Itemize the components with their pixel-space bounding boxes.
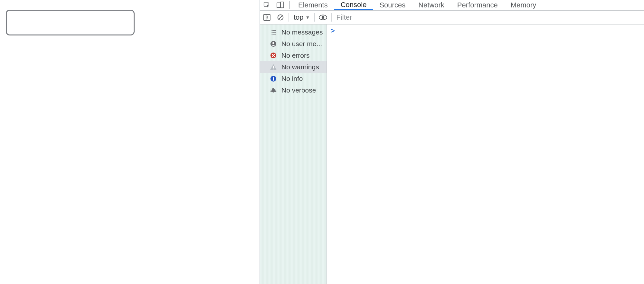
sidebar-item-verbose[interactable]: No verbose	[260, 84, 327, 96]
svg-point-21	[273, 69, 274, 70]
console-sidebar: No messages No user messa...	[260, 24, 327, 284]
tab-label: Performance	[457, 1, 498, 9]
error-icon	[270, 52, 277, 59]
tab-sources[interactable]: Sources	[373, 0, 412, 10]
bug-icon	[270, 87, 277, 94]
live-expression-icon[interactable]	[316, 11, 330, 24]
filter-input[interactable]	[333, 13, 644, 22]
svg-line-27	[270, 90, 272, 90]
tab-label: Memory	[511, 1, 536, 9]
device-toolbar-icon[interactable]	[274, 0, 287, 10]
user-icon	[270, 40, 277, 47]
page-text-input[interactable]	[6, 10, 135, 35]
toolbar-separator	[314, 13, 315, 22]
tab-label: Console	[341, 1, 367, 9]
inspect-element-icon[interactable]	[260, 0, 274, 10]
context-label: top	[294, 13, 304, 22]
chevron-down-icon: ▼	[306, 15, 310, 20]
console-toolbar: top ▼	[260, 11, 644, 24]
devtools-tab-bar: Elements Console Sources Network Perform…	[260, 0, 644, 11]
svg-line-6	[279, 16, 282, 19]
tab-label: Sources	[379, 1, 405, 9]
tab-memory[interactable]: Memory	[504, 0, 543, 10]
context-selector[interactable]: top ▼	[290, 13, 313, 22]
svg-rect-24	[273, 78, 274, 81]
svg-point-26	[272, 88, 274, 90]
svg-line-28	[275, 90, 276, 90]
sidebar-item-label: No messages	[281, 28, 323, 36]
rendered-page-pane	[0, 0, 260, 284]
svg-line-30	[275, 91, 276, 92]
svg-point-23	[273, 77, 274, 78]
toolbar-separator	[289, 13, 289, 22]
console-output[interactable]: >	[327, 24, 644, 284]
tab-network[interactable]: Network	[412, 0, 451, 10]
list-icon	[270, 29, 277, 36]
svg-line-29	[270, 91, 272, 92]
svg-rect-2	[280, 2, 284, 8]
sidebar-item-label: No errors	[281, 52, 310, 59]
sidebar-item-info[interactable]: No info	[260, 73, 327, 84]
sidebar-item-label: No warnings	[281, 63, 319, 71]
sidebar-item-messages[interactable]: No messages	[260, 26, 327, 38]
warning-icon	[270, 64, 277, 71]
tab-label: Elements	[298, 1, 328, 9]
sidebar-item-label: No user messa...	[281, 40, 324, 48]
toolbar-separator	[331, 13, 332, 22]
toggle-sidebar-icon[interactable]	[260, 11, 274, 24]
clear-console-icon[interactable]	[274, 11, 287, 24]
sidebar-item-errors[interactable]: No errors	[260, 50, 327, 61]
sidebar-item-user-messages[interactable]: No user messa...	[260, 38, 327, 50]
tab-elements[interactable]: Elements	[292, 0, 334, 10]
svg-point-8	[322, 16, 324, 19]
tab-console[interactable]: Console	[334, 0, 373, 10]
svg-point-16	[272, 42, 274, 44]
tab-label: Network	[418, 1, 444, 9]
devtools-panel: Elements Console Sources Network Perform…	[260, 0, 644, 284]
sidebar-item-warnings[interactable]: No warnings	[260, 61, 327, 73]
sidebar-item-label: No verbose	[281, 86, 316, 94]
info-icon	[270, 75, 277, 82]
tab-performance[interactable]: Performance	[451, 0, 504, 10]
console-prompt-icon: >	[331, 27, 335, 34]
console-workspace: No messages No user messa...	[260, 24, 644, 284]
sidebar-item-label: No info	[281, 75, 303, 83]
tab-divider	[289, 1, 290, 9]
